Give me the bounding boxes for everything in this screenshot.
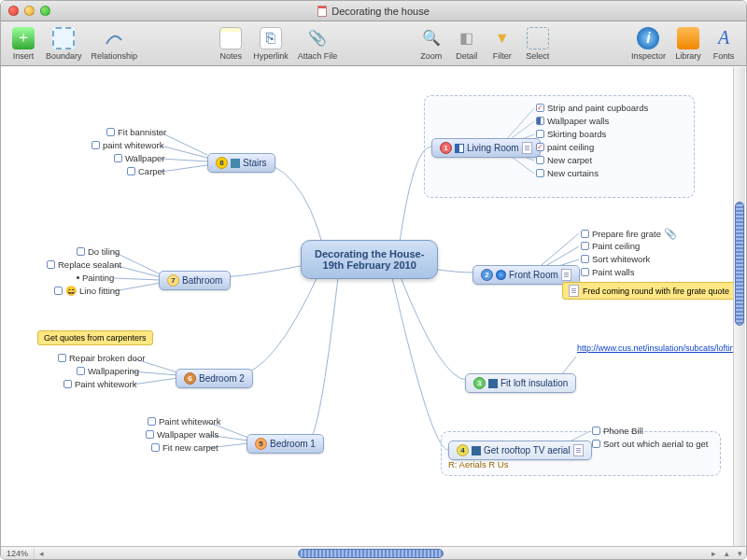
horizontal-scroll-thumb[interactable] <box>298 549 443 558</box>
document-icon <box>317 6 327 17</box>
item-front-3[interactable]: Paint walls <box>581 267 634 277</box>
item-front-0[interactable]: Prepare fire grate📎 <box>581 228 677 240</box>
smile-icon: 😄 <box>65 286 77 296</box>
item-bath-3[interactable]: 😄Lino fitting <box>54 286 120 296</box>
notes-icon <box>573 444 584 456</box>
link-loft[interactable]: http://www.cus.net/insulation/subcats/lo… <box>577 343 708 354</box>
titlebar: Decorating the house <box>1 1 746 21</box>
item-stairs-2[interactable]: Wallpaper <box>114 153 164 163</box>
window-title: Decorating the house <box>1 6 746 17</box>
attach-file-button[interactable]: 📎Attach File <box>294 25 342 63</box>
node-bedroom1[interactable]: 5Bedroom 1 <box>247 434 324 454</box>
note-bed2[interactable]: Get quotes from carpenters <box>37 330 153 345</box>
node-stairs[interactable]: 8Stairs <box>207 153 275 173</box>
toolbar-group-panels: iInspector Library AFonts <box>627 25 740 63</box>
fonts-button[interactable]: AFonts <box>707 25 740 63</box>
item-bed2-2[interactable]: Paint whitework <box>63 379 137 389</box>
item-living-4[interactable]: New carpet <box>536 155 592 165</box>
paperclip-icon: 📎 <box>664 228 677 240</box>
zoom-level[interactable]: 124% <box>1 549 35 558</box>
window: Decorating the house ＋Insert Boundary Re… <box>0 0 747 560</box>
item-bath-2[interactable]: Painting <box>77 273 114 283</box>
boundary-button[interactable]: Boundary <box>42 25 86 63</box>
item-living-2[interactable]: Skirting boards <box>536 129 606 139</box>
hyperlink-button[interactable]: ⎘Hyperlink <box>249 25 292 63</box>
scroll-left-icon[interactable]: ◂ <box>35 549 48 558</box>
item-front-2[interactable]: Sort whitework <box>581 254 650 264</box>
central-line1: Decorating the House- <box>315 248 424 259</box>
note-page-icon <box>569 285 579 297</box>
toolbar-group-edit: ＋Insert Boundary Relationship <box>7 25 141 63</box>
node-loft[interactable]: 3Fit loft insulation <box>465 373 576 393</box>
central-topic[interactable]: Decorating the House- 19th February 2010 <box>301 240 438 279</box>
horizontal-scrollbar[interactable] <box>48 548 707 559</box>
toolbar-group-view: 🔍Zoom ◧Detail ▼Filter Select <box>415 25 555 63</box>
item-living-5[interactable]: New curtains <box>536 168 599 178</box>
item-bath-1[interactable]: Replace sealant <box>47 259 121 270</box>
item-aerial-0[interactable]: Phone Bill <box>592 426 643 436</box>
title-text: Decorating the house <box>331 6 430 17</box>
resource-aerial: R: Aerials R Us <box>448 459 508 469</box>
note-front-room[interactable]: Fred coming round with fire grate quote▾ <box>562 282 744 300</box>
select-button[interactable]: Select <box>521 25 555 63</box>
inspector-button[interactable]: iInspector <box>627 25 669 63</box>
scroll-down-icon[interactable]: ▾ <box>733 549 746 558</box>
canvas[interactable]: Decorating the House- 19th February 2010… <box>2 67 745 546</box>
globe-icon <box>496 270 506 280</box>
vertical-scroll-thumb[interactable] <box>735 202 744 326</box>
notes-button[interactable]: Notes <box>214 25 247 63</box>
scroll-right-icon[interactable]: ▸ <box>707 549 720 558</box>
statusbar: 124% ◂ ▸ ▴ ▾ <box>1 546 746 559</box>
scroll-up-icon[interactable]: ▴ <box>720 549 733 558</box>
library-button[interactable]: Library <box>671 25 705 63</box>
notes-icon <box>522 142 532 154</box>
relationship-button[interactable]: Relationship <box>88 25 142 63</box>
node-bathroom[interactable]: 7Bathroom <box>159 271 231 290</box>
item-living-3[interactable]: paint ceiling <box>536 142 594 152</box>
node-aerial[interactable]: 4Get rooftop TV aerial <box>448 441 592 460</box>
item-bed2-1[interactable]: Wallpapering <box>77 366 139 376</box>
detail-button[interactable]: ◧Detail <box>450 25 484 63</box>
node-bedroom2[interactable]: 6Bedroom 2 <box>176 369 253 388</box>
item-living-1[interactable]: Wallpaper walls <box>536 116 609 126</box>
vertical-scrollbar[interactable] <box>733 67 745 546</box>
item-bed1-2[interactable]: Fit new carpet <box>151 442 218 453</box>
item-bed1-0[interactable]: Paint whitework <box>148 416 221 427</box>
zoom-button[interactable]: 🔍Zoom <box>415 25 448 63</box>
item-living-0[interactable]: Strip and paint cupboards <box>536 103 648 113</box>
item-stairs-0[interactable]: Fit bannister <box>106 127 166 137</box>
item-stairs-3[interactable]: Carpet <box>127 166 165 176</box>
insert-button[interactable]: ＋Insert <box>7 25 40 63</box>
item-stairs-1[interactable]: paint whitework <box>92 140 163 150</box>
item-bath-0[interactable]: Do tiling <box>77 246 120 257</box>
item-bed1-1[interactable]: Wallpaper walls <box>146 429 218 440</box>
node-living-room[interactable]: 1Living Room <box>431 138 541 158</box>
toolbar: ＋Insert Boundary Relationship Notes ⎘Hyp… <box>1 21 746 66</box>
toolbar-group-attach: Notes ⎘Hyperlink 📎Attach File <box>214 25 341 63</box>
item-aerial-1[interactable]: Sort out which aerial to get <box>592 439 708 449</box>
central-line2: 19th February 2010 <box>315 259 424 271</box>
notes-icon <box>561 269 571 281</box>
item-front-1[interactable]: Paint ceiling <box>581 241 640 251</box>
filter-button[interactable]: ▼Filter <box>486 25 519 63</box>
item-bed2-0[interactable]: Repair broken door <box>58 353 145 363</box>
